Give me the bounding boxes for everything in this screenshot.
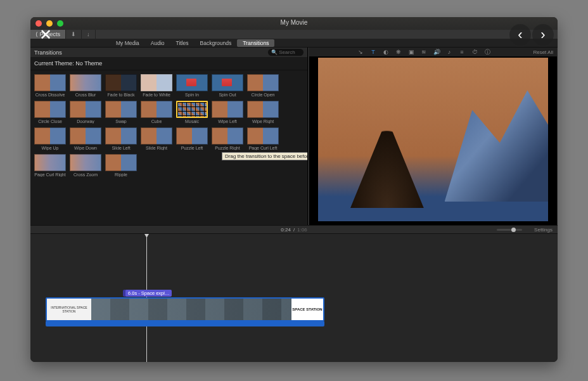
import-media-button[interactable]: ⬇: [66, 30, 82, 39]
project-toolbar: ⟨ Projects ⬇ ↓: [30, 30, 558, 39]
transition-cross-dissolve[interactable]: Cross Dissolve: [34, 74, 66, 97]
text-icon[interactable]: T: [370, 49, 376, 55]
close-icon: ✕: [39, 26, 52, 44]
transition-thumb: [105, 127, 137, 145]
transition-label: Circle Open: [247, 93, 279, 97]
transition-circle-close[interactable]: Circle Close: [34, 101, 66, 124]
transition-thumb: [141, 101, 172, 118]
transition-label: Doorway: [70, 119, 101, 124]
transition-cross-blur[interactable]: Cross Blur: [70, 74, 101, 97]
transition-thumb: [70, 127, 101, 145]
transition-label: Wipe Down: [70, 146, 101, 150]
tutorial-prev-button[interactable]: ‹: [509, 24, 531, 46]
transition-fade-to-black[interactable]: Fade to Black: [105, 74, 137, 97]
preview-viewer[interactable]: [318, 58, 548, 221]
transition-label: Fade to White: [141, 93, 172, 97]
transition-label: Circle Close: [34, 119, 66, 124]
transition-slide-left[interactable]: Slide Left: [105, 127, 137, 150]
transition-thumb: [34, 127, 66, 145]
timecode-total: 1:06: [297, 227, 307, 233]
transition-puzzle-left[interactable]: Puzzle Left: [176, 127, 208, 150]
download-button[interactable]: ↓: [82, 30, 96, 39]
transition-doorway[interactable]: Doorway: [70, 101, 101, 124]
adjust-icon[interactable]: ↘: [357, 49, 364, 55]
transition-page-curl-right[interactable]: Page Curl Right: [34, 154, 66, 177]
import-icon: ⬇: [71, 31, 76, 37]
stabilize-icon[interactable]: ≋: [421, 49, 427, 55]
transition-thumb: [141, 127, 172, 145]
transition-thumb: [105, 101, 137, 118]
transition-swap[interactable]: Swap: [105, 101, 137, 124]
transition-thumb: [105, 154, 137, 171]
clip-slate: INTERNATIONAL SPACE STATION: [47, 299, 91, 320]
transition-thumb: [105, 74, 137, 91]
search-input[interactable]: 🔍 Search: [268, 49, 304, 56]
tutorial-next-button[interactable]: ›: [532, 24, 554, 46]
transition-mosaic[interactable]: Mosaic: [176, 101, 208, 124]
tab-titles[interactable]: Titles: [170, 39, 195, 47]
clip-audio-track[interactable]: [46, 321, 324, 326]
tab-backgrounds[interactable]: Backgrounds: [195, 39, 238, 47]
transition-label: Fade to Black: [105, 93, 137, 97]
search-placeholder: Search: [279, 49, 295, 55]
clip-label-tag[interactable]: 6.0s - Space expl…: [125, 290, 172, 297]
transition-spin-out[interactable]: Spin Out: [212, 74, 243, 97]
crop-icon[interactable]: ▣: [408, 49, 414, 55]
transition-thumb: [247, 74, 279, 91]
titlebar: My Movie: [30, 17, 558, 30]
transition-thumb: [34, 74, 66, 91]
transition-wipe-right[interactable]: Wipe Right: [247, 101, 279, 124]
color-wheel-icon[interactable]: ❋: [395, 49, 402, 55]
volume-icon[interactable]: 🔊: [433, 49, 440, 55]
timecode-sep: /: [293, 227, 295, 233]
timeline-settings-button[interactable]: Settings: [534, 227, 553, 233]
video-clip[interactable]: INTERNATIONAL SPACE STATION SPACE STATIO…: [46, 297, 324, 321]
transition-label: Slide Left: [105, 146, 137, 150]
transition-label: Cross Blur: [70, 93, 101, 97]
transition-page-curl-left[interactable]: Page Curl Left: [247, 127, 279, 150]
transition-cube[interactable]: Cube: [141, 101, 172, 124]
timeline[interactable]: 6.0s - Space expl… INTERNATIONAL SPACE S…: [30, 234, 558, 362]
transition-thumb: [212, 74, 243, 91]
transition-label: Cube: [141, 119, 172, 124]
transition-label: Puzzle Left: [176, 146, 208, 150]
reset-all-button[interactable]: Reset All: [533, 49, 553, 55]
transition-thumb: [212, 127, 243, 145]
info-icon[interactable]: ⓘ: [484, 49, 490, 55]
transition-thumb: [247, 101, 279, 118]
tab-audio[interactable]: Audio: [145, 39, 170, 47]
transition-circle-open[interactable]: Circle Open: [247, 74, 279, 97]
transition-wipe-left[interactable]: Wipe Left: [212, 101, 243, 124]
transition-label: Slide Right: [141, 146, 172, 150]
transition-label: Ripple: [105, 172, 137, 177]
transition-cross-zoom[interactable]: Cross Zoom: [70, 154, 101, 177]
transition-thumb: [212, 101, 243, 118]
transitions-grid: Cross DissolveCross BlurFade to BlackFad…: [30, 70, 307, 179]
transition-fade-to-white[interactable]: Fade to White: [141, 74, 172, 97]
transition-ripple[interactable]: Ripple: [105, 154, 137, 177]
speed-icon[interactable]: ⏱: [471, 49, 478, 55]
transition-wipe-up[interactable]: Wipe Up: [34, 127, 66, 150]
noise-icon[interactable]: ♪: [446, 49, 452, 55]
tutorial-close-button[interactable]: ✕: [35, 24, 56, 46]
tab-my-media[interactable]: My Media: [110, 39, 145, 47]
eq-icon[interactable]: ≡: [459, 49, 465, 55]
transition-wipe-down[interactable]: Wipe Down: [70, 127, 101, 150]
transition-thumb: [34, 101, 66, 118]
zoom-slider[interactable]: [497, 229, 522, 231]
transition-thumb: [176, 101, 208, 118]
timeline-header: 0:24 / 1:06 Settings: [30, 225, 558, 234]
transition-puzzle-right[interactable]: Puzzle Right: [212, 127, 243, 150]
transition-thumb: [70, 101, 101, 118]
transition-thumb: [176, 74, 208, 91]
color-balance-icon[interactable]: ◐: [383, 49, 389, 55]
transition-spin-in[interactable]: Spin In: [176, 74, 208, 97]
slate-text: INTERNATIONAL SPACE STATION: [47, 306, 91, 313]
transition-label: Page Curl Left: [247, 146, 279, 150]
drag-hint-tooltip: Drag the transition to the space before …: [222, 152, 308, 160]
transition-thumb: [176, 127, 208, 145]
tab-transitions[interactable]: Transitions: [237, 39, 274, 47]
transition-slide-right[interactable]: Slide Right: [141, 127, 172, 150]
media-tabbar: My MediaAudioTitlesBackgroundsTransition…: [30, 39, 558, 48]
transition-label: Page Curl Right: [34, 172, 66, 177]
